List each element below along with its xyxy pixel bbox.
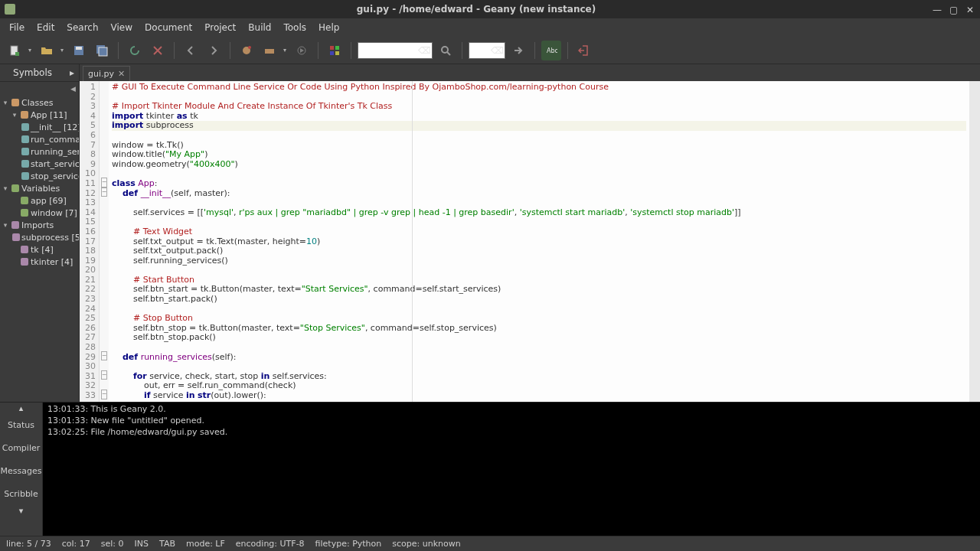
tree-label: Variables [21, 184, 60, 194]
new-file-button[interactable] [5, 41, 24, 60]
fold-toggle[interactable]: − [101, 370, 107, 380]
code-editor[interactable]: 1234567891011121314151617181920212223242… [80, 81, 980, 402]
menu-help[interactable]: Help [312, 20, 345, 35]
open-file-button[interactable] [37, 41, 57, 60]
save-button[interactable] [69, 41, 89, 60]
menu-search[interactable]: Search [60, 20, 104, 35]
method-icon [21, 159, 29, 168]
tree-item[interactable]: window [7] [0, 207, 79, 219]
maximize-button[interactable]: ▢ [949, 5, 959, 14]
clear-goto-icon[interactable]: ⌫ [491, 45, 501, 56]
statusbar: line: 5 / 73 col: 17 sel: 0 INS TAB mode… [0, 536, 980, 551]
class-icon [11, 98, 20, 107]
svg-rect-28 [21, 246, 28, 253]
quit-button[interactable] [574, 41, 594, 60]
new-file-dropdown[interactable]: ▾ [26, 47, 34, 54]
tree-label: app [69] [31, 196, 67, 206]
menu-file[interactable]: File [3, 20, 31, 35]
sidebar-collapse-icon[interactable]: ◀ [70, 85, 76, 93]
close-button[interactable]: ✕ [966, 5, 975, 14]
tree-label: Classes [21, 98, 53, 108]
nav-forward-button[interactable] [204, 41, 224, 60]
msg-tab-status[interactable]: Status [0, 413, 42, 436]
msg-tab-compiler[interactable]: Compiler [0, 436, 42, 459]
fold-toggle[interactable]: − [101, 187, 107, 197]
app-icon [5, 4, 15, 15]
menu-view[interactable]: View [105, 20, 139, 35]
menu-build[interactable]: Build [242, 20, 277, 35]
svg-rect-25 [21, 209, 28, 217]
tree-item[interactable]: run_command [6 [0, 133, 79, 145]
svg-rect-16 [11, 99, 19, 106]
fold-toggle[interactable]: − [101, 390, 107, 399]
tree-item[interactable]: __init__ [12] [0, 121, 79, 133]
tree-label: run_command [6 [31, 135, 79, 145]
tree-item[interactable]: ▾App [11] [0, 109, 79, 121]
vertical-scrollbar[interactable] [969, 81, 980, 402]
status-ins: INS [135, 539, 149, 549]
close-file-button[interactable] [148, 41, 168, 60]
status-scope: scope: unknown [392, 539, 460, 549]
sidebar-tabs-dropdown[interactable]: ▸ [65, 64, 79, 81]
code-text[interactable]: # GUI To Execute Command Line Service Or… [109, 81, 969, 402]
tree-item[interactable]: stop_services [52 [0, 170, 79, 182]
open-file-dropdown[interactable]: ▾ [58, 47, 66, 54]
tree-item[interactable]: ▾Imports [0, 219, 79, 231]
tree-item[interactable]: running_services [0, 145, 79, 158]
tree-item[interactable]: ▾Variables [0, 182, 79, 194]
tree-item[interactable]: app [69] [0, 194, 79, 207]
fold-toggle[interactable]: − [101, 351, 107, 361]
status-output[interactable]: 13:01:33: This is Geany 2.0.13:01:33: Ne… [43, 403, 980, 536]
message-tabs-down[interactable]: ▾ [0, 505, 42, 516]
tree-label: window [7] [31, 208, 77, 218]
fold-gutter: −−−−−− [100, 81, 109, 402]
menu-edit[interactable]: Edit [31, 20, 60, 35]
titlebar: gui.py - /home/edward - Geany (new insta… [0, 0, 980, 18]
menu-document[interactable]: Document [139, 20, 198, 35]
tree-item[interactable]: subprocess [5] [0, 231, 79, 243]
reload-button[interactable] [125, 41, 145, 60]
build-button[interactable] [260, 41, 279, 60]
sidebar-nav: ◀ [0, 81, 79, 95]
tree-item[interactable]: tkinter [4] [0, 256, 79, 268]
status-sel: sel: 0 [101, 539, 124, 549]
file-tab[interactable]: gui.py ✕ [83, 66, 130, 81]
menu-project[interactable]: Project [198, 20, 242, 35]
msg-tab-scribble[interactable]: Scribble [0, 482, 42, 505]
tree-label: tkinter [4] [31, 257, 73, 267]
msg-tab-messages[interactable]: Messages [0, 459, 42, 482]
execute-button[interactable] [292, 41, 312, 60]
minimize-button[interactable]: — [933, 5, 942, 14]
tree-label: start_services [38 [31, 159, 79, 169]
goto-button[interactable] [508, 41, 528, 60]
editor-tabs: gui.py ✕ [80, 64, 980, 81]
compile-button[interactable] [237, 41, 256, 60]
tree-item[interactable]: tk [4] [0, 243, 79, 256]
tree-item[interactable]: start_services [38 [0, 158, 79, 170]
search-button[interactable] [436, 41, 456, 60]
tree-item[interactable]: ▾Classes [0, 96, 79, 109]
goto-field[interactable]: ⌫ [469, 42, 505, 59]
menu-tools[interactable]: Tools [277, 20, 312, 35]
tree-label: running_services [31, 147, 79, 157]
status-tab: TAB [159, 539, 175, 549]
nav-back-button[interactable] [181, 41, 201, 60]
clear-search-icon[interactable]: ⌫ [418, 45, 429, 56]
long-line-marker [412, 81, 413, 402]
message-window: ▴ StatusCompilerMessagesScribble ▾ 13:01… [0, 402, 980, 536]
message-tabs: ▴ StatusCompilerMessagesScribble ▾ [0, 403, 43, 536]
sidebar-tab-symbols[interactable]: Symbols [0, 65, 65, 80]
svg-rect-27 [12, 233, 20, 241]
save-all-button[interactable] [92, 41, 112, 60]
sidebar: Symbols ▸ ◀ ▾Classes▾App [11]__init__ [1… [0, 64, 80, 402]
fold-toggle[interactable]: − [101, 178, 107, 187]
svg-rect-5 [99, 47, 107, 56]
tab-close-icon[interactable]: ✕ [118, 69, 125, 79]
spellcheck-button[interactable]: Abc [541, 41, 561, 60]
svg-rect-23 [11, 184, 19, 192]
message-tabs-up[interactable]: ▴ [0, 403, 42, 413]
color-chooser-button[interactable] [325, 41, 345, 60]
search-field[interactable]: ⌫ [358, 42, 433, 59]
build-dropdown[interactable]: ▾ [281, 47, 289, 54]
tree-label: tk [4] [31, 245, 54, 255]
